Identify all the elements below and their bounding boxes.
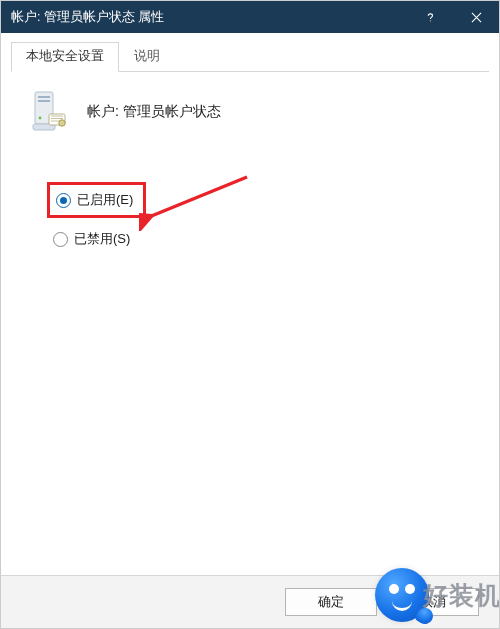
mascot-icon xyxy=(375,568,429,622)
tab-label: 本地安全设置 xyxy=(26,49,104,63)
radio-off-icon xyxy=(53,232,68,247)
policy-header: 帐户: 管理员帐户状态 xyxy=(29,90,475,134)
radio-disabled-label: 已禁用(S) xyxy=(74,230,130,248)
tab-content: 帐户: 管理员帐户状态 已启用(E) 已禁用(S) xyxy=(11,72,489,272)
tab-local-security[interactable]: 本地安全设置 xyxy=(11,42,119,72)
svg-rect-1 xyxy=(38,96,50,98)
ok-button[interactable]: 确定 xyxy=(285,588,377,616)
close-button[interactable] xyxy=(453,1,499,33)
tab-label: 说明 xyxy=(134,49,160,63)
server-icon xyxy=(29,90,69,134)
svg-rect-2 xyxy=(38,100,50,102)
radio-group: 已启用(E) 已禁用(S) xyxy=(47,182,475,252)
watermark-text: 好装机 xyxy=(423,579,500,612)
client-area: 本地安全设置 说明 xyxy=(1,33,499,628)
radio-enabled-label: 已启用(E) xyxy=(77,191,133,209)
button-label: 确定 xyxy=(318,594,344,611)
close-icon xyxy=(471,12,482,23)
policy-title: 帐户: 管理员帐户状态 xyxy=(87,103,221,121)
tabstrip: 本地安全设置 说明 xyxy=(11,41,489,72)
properties-dialog: 帐户: 管理员帐户状态 属性 本地安全设置 说明 xyxy=(0,0,500,629)
window-controls xyxy=(407,1,499,33)
svg-point-3 xyxy=(39,117,42,120)
radio-enabled[interactable]: 已启用(E) xyxy=(47,182,146,218)
watermark: 好装机 xyxy=(375,568,500,622)
window-title: 帐户: 管理员帐户状态 属性 xyxy=(1,9,164,26)
svg-point-6 xyxy=(59,120,65,126)
radio-disabled[interactable]: 已禁用(S) xyxy=(47,226,475,252)
tab-explain[interactable]: 说明 xyxy=(119,42,175,72)
titlebar: 帐户: 管理员帐户状态 属性 xyxy=(1,1,499,33)
help-icon xyxy=(425,12,436,23)
radio-on-icon xyxy=(56,193,71,208)
tabs-wrap: 本地安全设置 说明 xyxy=(1,33,499,272)
help-button[interactable] xyxy=(407,1,453,33)
